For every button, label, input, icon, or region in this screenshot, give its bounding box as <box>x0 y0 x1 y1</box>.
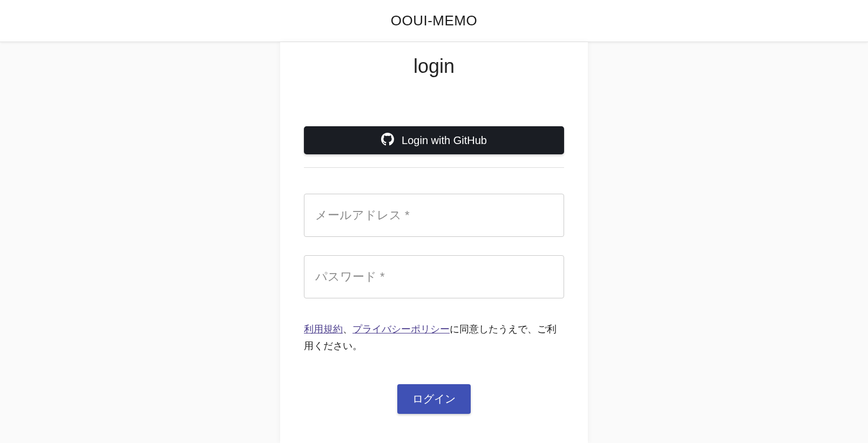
terms-text: 利用規約、プライバシーポリシーに同意したうえで、ご利用ください。 <box>304 321 564 354</box>
app-header: OOUI-MEMO <box>0 0 868 42</box>
login-button-wrap: ログイン <box>304 384 564 414</box>
terms-of-use-link[interactable]: 利用規約 <box>304 324 343 335</box>
github-icon <box>381 133 394 148</box>
email-field[interactable] <box>304 194 564 237</box>
main-content: login Login with GitHub 利用規約、プライバシーポリシーに… <box>0 42 868 443</box>
login-card: login Login with GitHub 利用規約、プライバシーポリシーに… <box>280 42 588 443</box>
login-button[interactable]: ログイン <box>397 384 471 414</box>
divider <box>304 167 564 168</box>
password-field[interactable] <box>304 255 564 298</box>
email-field-wrap <box>304 194 564 237</box>
login-with-github-button[interactable]: Login with GitHub <box>304 126 564 154</box>
privacy-policy-link[interactable]: プライバシーポリシー <box>352 324 450 335</box>
app-title: OOUI-MEMO <box>391 12 478 29</box>
github-button-label: Login with GitHub <box>402 134 487 147</box>
page-title: login <box>304 55 564 78</box>
password-field-wrap <box>304 255 564 298</box>
terms-separator: 、 <box>343 324 352 335</box>
